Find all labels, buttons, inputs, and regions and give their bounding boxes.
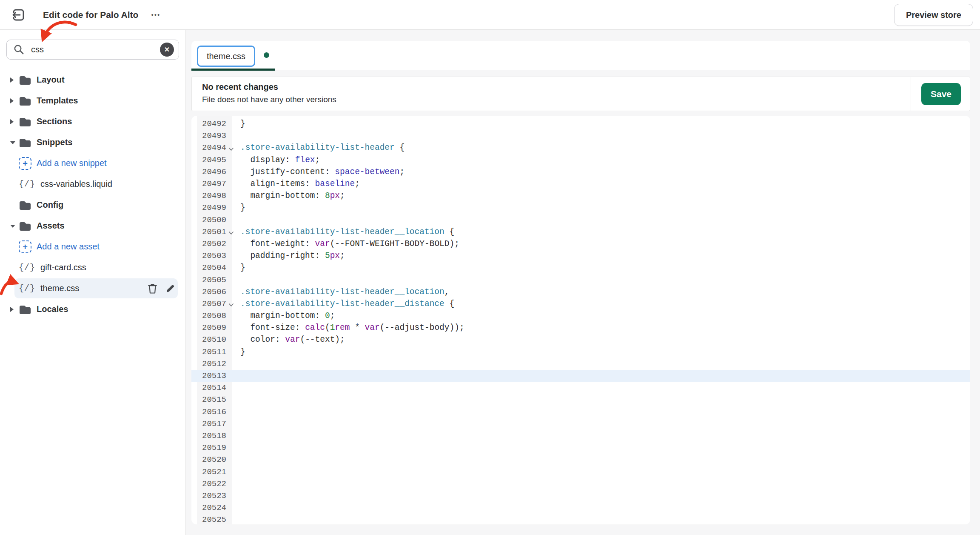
code-line-20494[interactable]: 20494.store-availability-list-header {	[191, 142, 970, 154]
code-line-20507[interactable]: 20507.store-availability-list-header__di…	[191, 298, 970, 310]
editor-tab-strip: theme.css	[191, 41, 970, 70]
code-line-20495[interactable]: 20495 display: flex;	[191, 154, 970, 166]
tree-item-gift-card-css[interactable]: {/}gift-card.css	[0, 257, 185, 278]
code-line-text	[236, 515, 245, 524]
fold-spacer	[226, 326, 236, 329]
code-line-text: justify-content: space-between;	[236, 167, 405, 177]
more-options-button[interactable]: •••	[149, 9, 162, 20]
code-line-text	[236, 431, 245, 441]
tree-item-templates[interactable]: Templates	[0, 90, 185, 111]
tree-item-config[interactable]: Config	[0, 195, 185, 215]
tree-item-sections[interactable]: Sections	[0, 111, 185, 132]
code-line-20497[interactable]: 20497 align-items: baseline;	[191, 178, 970, 190]
fold-spacer	[226, 446, 236, 449]
line-number: 20524	[191, 503, 226, 512]
code-line-20525[interactable]: 20525	[191, 514, 970, 524]
clear-search-button[interactable]: ✕	[160, 43, 174, 57]
code-line-20502[interactable]: 20502 font-weight: var(--FONT-WEIGHT-BOD…	[191, 238, 970, 250]
folder-icon	[19, 137, 31, 148]
code-line-20512[interactable]: 20512	[191, 358, 970, 370]
tree-item-label: Snippets	[37, 137, 72, 147]
save-button[interactable]: Save	[921, 83, 961, 105]
code-line-text	[236, 443, 245, 452]
tree-item-label: Sections	[37, 117, 72, 126]
collapse-sidebar-button[interactable]	[9, 6, 26, 23]
tree-item-label: Add a new snippet	[37, 158, 107, 168]
code-line-20503[interactable]: 20503 padding-right: 5px;	[191, 250, 970, 262]
code-line-text: margin-bottom: 8px;	[236, 191, 345, 200]
search-icon	[13, 44, 25, 55]
code-line-20511[interactable]: 20511}	[191, 346, 970, 358]
tree-item-label: Layout	[37, 75, 65, 85]
code-line-20496[interactable]: 20496 justify-content: space-between;	[191, 166, 970, 178]
line-number: 20509	[191, 323, 226, 332]
code-content: 20492}20493 20494.store-availability-lis…	[191, 118, 970, 524]
code-line-20492[interactable]: 20492}	[191, 118, 970, 130]
line-number: 20495	[191, 155, 226, 165]
delete-file-button[interactable]	[148, 283, 157, 294]
tab-theme-css[interactable]: theme.css	[197, 46, 255, 67]
tree-item-snippets[interactable]: Snippets	[0, 132, 185, 153]
fold-spacer	[226, 363, 236, 365]
tree-item-assets[interactable]: Assets	[0, 215, 185, 236]
fold-toggle-icon[interactable]	[226, 145, 236, 151]
code-line-20505[interactable]: 20505	[191, 274, 970, 286]
code-line-20522[interactable]: 20522	[191, 478, 970, 490]
code-line-text: }	[236, 203, 245, 212]
code-line-20508[interactable]: 20508 margin-bottom: 0;	[191, 310, 970, 322]
line-number: 20494	[191, 143, 226, 152]
unsaved-changes-dot-icon	[264, 52, 269, 58]
fold-spacer	[226, 338, 236, 341]
line-number: 20508	[191, 311, 226, 320]
code-line-20493[interactable]: 20493	[191, 130, 970, 142]
line-number: 20499	[191, 203, 226, 212]
code-line-20513[interactable]: 20513	[191, 370, 970, 382]
code-editor[interactable]: 20492}20493 20494.store-availability-lis…	[191, 116, 970, 524]
code-line-20510[interactable]: 20510 color: var(--text);	[191, 334, 970, 346]
search-input[interactable]	[30, 44, 160, 55]
code-line-20520[interactable]: 20520	[191, 454, 970, 466]
file-tree: LayoutTemplatesSectionsSnippets+Add a ne…	[0, 69, 185, 320]
code-line-20519[interactable]: 20519	[191, 442, 970, 454]
code-line-20500[interactable]: 20500	[191, 214, 970, 226]
code-line-20509[interactable]: 20509 font-size: calc(1rem * var(--adjus…	[191, 322, 970, 334]
code-line-20501[interactable]: 20501.store-availability-list-header__lo…	[191, 226, 970, 238]
rename-file-button[interactable]	[165, 283, 175, 293]
code-line-20515[interactable]: 20515	[191, 394, 970, 406]
code-line-20523[interactable]: 20523	[191, 490, 970, 502]
preview-store-button[interactable]: Preview store	[894, 4, 973, 26]
fold-toggle-icon[interactable]	[226, 229, 236, 235]
code-line-text: }	[236, 347, 245, 357]
gutter-border	[232, 116, 232, 524]
tree-item-add-a-new-asset[interactable]: +Add a new asset	[0, 236, 185, 257]
collapse-sidebar-icon	[10, 7, 26, 23]
tree-item-css-variables-liquid[interactable]: {/}css-variables.liquid	[0, 174, 185, 195]
code-line-20498[interactable]: 20498 margin-bottom: 8px;	[191, 190, 970, 202]
tree-item-theme-css[interactable]: {/}theme.css	[0, 278, 185, 299]
code-line-20506[interactable]: 20506.store-availability-list-header__lo…	[191, 286, 970, 298]
code-line-text: }	[236, 119, 245, 129]
version-banner: No recent changes File does not have any…	[191, 77, 970, 111]
tree-item-locales[interactable]: Locales	[0, 299, 185, 320]
code-line-20518[interactable]: 20518	[191, 430, 970, 442]
code-line-20521[interactable]: 20521	[191, 466, 970, 478]
tree-item-layout[interactable]: Layout	[0, 69, 185, 90]
chevron-right-icon	[9, 118, 19, 125]
code-line-20517[interactable]: 20517	[191, 418, 970, 430]
fold-spacer	[226, 471, 236, 473]
tree-item-label: Templates	[37, 96, 78, 106]
code-line-text	[236, 215, 245, 225]
code-line-20516[interactable]: 20516	[191, 406, 970, 418]
line-number: 20506	[191, 287, 226, 297]
line-number: 20513	[191, 371, 226, 381]
code-line-20514[interactable]: 20514	[191, 382, 970, 394]
code-line-text: .store-availability-list-header__locatio…	[236, 227, 454, 237]
tree-item-add-a-new-snippet[interactable]: +Add a new snippet	[0, 153, 185, 174]
fold-spacer	[226, 243, 236, 245]
code-line-20504[interactable]: 20504}	[191, 262, 970, 274]
line-number: 20496	[191, 167, 226, 177]
line-number: 20510	[191, 335, 226, 344]
code-line-20524[interactable]: 20524	[191, 502, 970, 514]
code-line-20499[interactable]: 20499}	[191, 202, 970, 214]
fold-toggle-icon[interactable]	[226, 300, 236, 307]
